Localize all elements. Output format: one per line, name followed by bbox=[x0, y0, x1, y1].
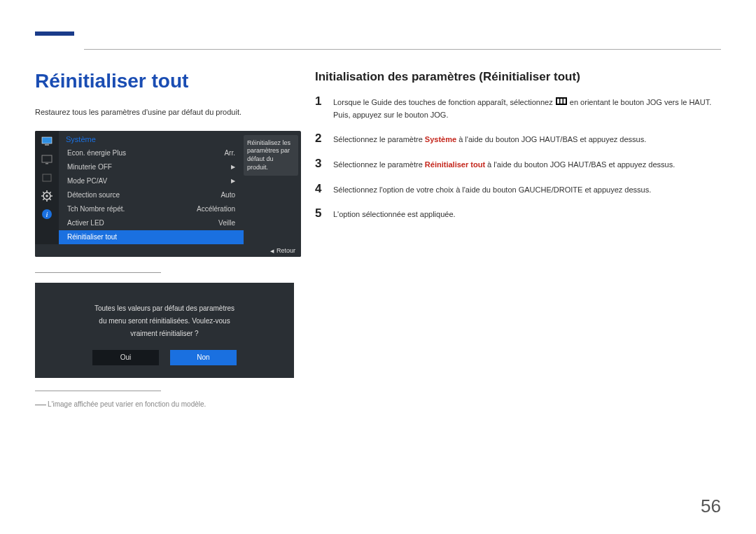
chevron-right-icon: ▶ bbox=[231, 164, 235, 170]
dialog-message: Toutes les valeurs par défaut des paramè… bbox=[42, 302, 287, 340]
svg-rect-2 bbox=[42, 155, 52, 162]
svg-rect-19 bbox=[560, 99, 562, 104]
step-4: 4 Sélectionnez l'option de votre choix à… bbox=[315, 183, 721, 197]
svg-line-13 bbox=[43, 198, 44, 199]
blank-icon bbox=[41, 171, 53, 184]
step-text: Lorsque le Guide des touches de fonction… bbox=[333, 95, 721, 121]
osd-row-label: Econ. énergie Plus bbox=[67, 149, 126, 157]
osd-row: Minuterie OFF▶ bbox=[59, 160, 244, 174]
dialog-no-button: Non bbox=[170, 350, 237, 365]
svg-line-14 bbox=[50, 192, 51, 193]
step-text: Sélectionnez l'option de votre choix à l… bbox=[333, 183, 651, 197]
page-top-rule bbox=[84, 49, 721, 50]
osd-row-label: Minuterie OFF bbox=[67, 163, 112, 171]
osd-row: Tch Nombre répét.Accélération bbox=[59, 202, 244, 216]
osd-row-value: Accélération bbox=[197, 205, 235, 213]
osd-tooltip: Réinitialisez les paramètres par défaut … bbox=[244, 135, 298, 176]
svg-rect-0 bbox=[42, 137, 52, 143]
step-2: 2 Sélectionnez le paramètre Système à l'… bbox=[315, 132, 721, 146]
svg-line-12 bbox=[50, 198, 51, 199]
osd-row-label: Mode PC/AV bbox=[67, 177, 107, 185]
osd-row-label: Activer LED bbox=[67, 219, 104, 227]
osd-row-label: Tch Nombre répét. bbox=[67, 205, 125, 213]
svg-rect-3 bbox=[46, 163, 48, 164]
osd-menu-screenshot: i Système Econ. énergie PlusArr. Minuter… bbox=[35, 131, 301, 257]
osd-row: Mode PC/AV▶ bbox=[59, 174, 244, 188]
section-divider bbox=[35, 272, 161, 273]
step-5: 5 L'option sélectionnée est appliquée. bbox=[315, 207, 721, 221]
steps-list: 1 Lorsque le Guide des touches de foncti… bbox=[315, 95, 721, 221]
osd-row-value: Arr. bbox=[224, 149, 235, 157]
highlight-systeme: Système bbox=[425, 135, 456, 143]
step-number: 2 bbox=[315, 132, 325, 146]
step-text-fragment: Sélectionnez le paramètre bbox=[333, 160, 425, 169]
menu-icon bbox=[556, 97, 567, 109]
svg-text:i: i bbox=[46, 210, 48, 218]
page-number: 56 bbox=[701, 496, 721, 517]
triangle-left-icon: ◀ bbox=[270, 248, 274, 253]
info-icon: i bbox=[41, 208, 53, 220]
step-3: 3 Sélectionnez le paramètre Réinitialise… bbox=[315, 157, 721, 171]
svg-line-11 bbox=[43, 192, 44, 193]
gear-icon bbox=[41, 190, 53, 202]
page-accent-bar bbox=[35, 31, 74, 36]
footnote: ―L'image affichée peut varier en fonctio… bbox=[35, 398, 301, 411]
intro-text: Restaurez tous les paramètres d'usine pa… bbox=[35, 106, 301, 118]
osd-row-label: Réinitialiser tout bbox=[67, 233, 117, 241]
step-text-fragment: Lorsque le Guide des touches de fonction… bbox=[333, 98, 555, 106]
step-number: 5 bbox=[315, 207, 325, 221]
step-text: Sélectionnez le paramètre Réinitialiser … bbox=[333, 157, 675, 171]
page-title: Réinitialiser tout bbox=[35, 70, 301, 92]
step-text-fragment: à l'aide du bouton JOG HAUT/BAS et appuy… bbox=[485, 160, 675, 169]
step-number: 4 bbox=[315, 183, 325, 197]
osd-menu-header: Système bbox=[59, 131, 244, 146]
svg-rect-18 bbox=[557, 99, 559, 104]
osd-footer: ◀Retour bbox=[35, 244, 301, 257]
svg-rect-4 bbox=[43, 174, 51, 181]
left-column: Réinitialiser tout Restaurez tous les pa… bbox=[35, 70, 301, 411]
highlight-reinitialiser: Réinitialiser tout bbox=[425, 160, 485, 169]
svg-rect-1 bbox=[45, 144, 49, 146]
osd-return-label: Retour bbox=[276, 247, 295, 254]
osd-row-label: Détection source bbox=[67, 191, 120, 199]
right-column: Initialisation des paramètres (Réinitial… bbox=[315, 70, 721, 411]
tv-icon bbox=[41, 153, 53, 166]
svg-rect-20 bbox=[564, 99, 566, 104]
dialog-yes-button: Oui bbox=[92, 350, 159, 365]
monitor-icon bbox=[41, 135, 53, 148]
step-1: 1 Lorsque le Guide des touches de foncti… bbox=[315, 95, 721, 121]
section-subtitle: Initialisation des paramètres (Réinitial… bbox=[315, 70, 721, 84]
osd-row: Détection sourceAuto bbox=[59, 188, 244, 202]
step-text: Sélectionnez le paramètre Système à l'ai… bbox=[333, 132, 646, 146]
step-text-fragment: à l'aide du bouton JOG HAUT/BAS et appuy… bbox=[456, 135, 646, 143]
svg-point-6 bbox=[46, 195, 48, 197]
osd-row-selected: Réinitialiser tout bbox=[59, 230, 244, 244]
osd-sidebar: i bbox=[35, 131, 59, 244]
chevron-right-icon: ▶ bbox=[231, 178, 235, 184]
section-divider bbox=[35, 391, 161, 391]
step-number: 3 bbox=[315, 157, 325, 171]
osd-row-value: Veille bbox=[218, 219, 235, 227]
osd-row-value: Auto bbox=[220, 191, 235, 199]
step-number: 1 bbox=[315, 95, 325, 121]
osd-row: Activer LEDVeille bbox=[59, 216, 244, 230]
step-text-fragment: Sélectionnez le paramètre bbox=[333, 135, 425, 143]
step-text: L'option sélectionnée est appliquée. bbox=[333, 207, 456, 221]
footnote-text: L'image affichée peut varier en fonction… bbox=[48, 400, 206, 407]
confirmation-dialog-screenshot: Toutes les valeurs par défaut des paramè… bbox=[35, 283, 294, 378]
osd-row: Econ. énergie PlusArr. bbox=[59, 146, 244, 160]
